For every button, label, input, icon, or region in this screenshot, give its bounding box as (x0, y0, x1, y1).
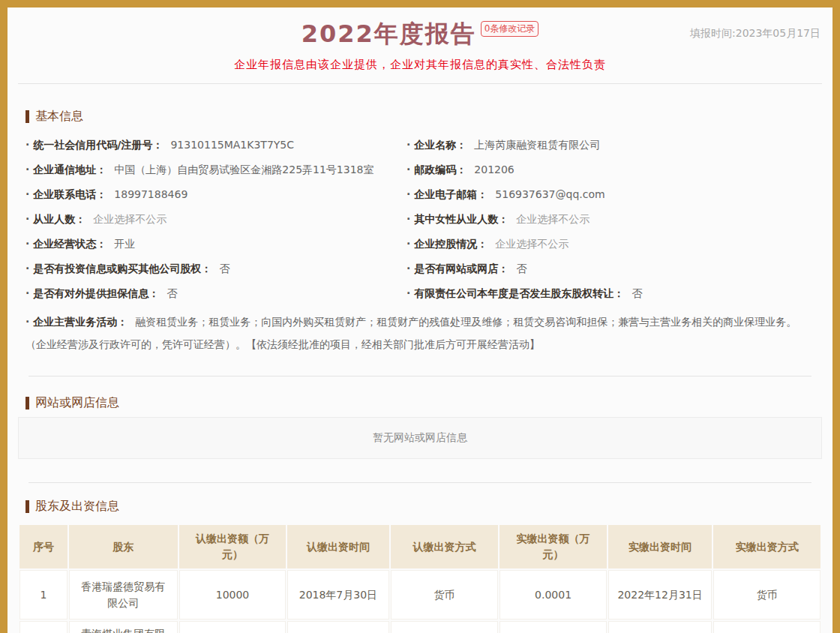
table-cell: 货币 (391, 570, 499, 620)
table-row: 2青海煤业集团有限责任公司300002018年7月30日货币300002018年… (20, 621, 820, 633)
field-value: 否 (632, 287, 642, 299)
field-value: 516937637@qq.com (495, 188, 604, 200)
header-divider (18, 83, 822, 84)
field-label: 是否有网站或网店： (414, 262, 508, 274)
info-field: 企业控股情况：企业选择不公示 (406, 232, 814, 257)
section-marker-icon (26, 397, 29, 410)
info-field: 是否有对外提供担保信息：否 (26, 282, 406, 307)
section-shareholders: 股东及出资信息 序号股东认缴出资额（万元）认缴出资时间认缴出资方式实缴出资额（万… (18, 499, 822, 633)
field-label: 邮政编码： (414, 164, 466, 176)
shareholders-table: 序号股东认缴出资额（万元）认缴出资时间认缴出资方式实缴出资额（万元）实缴出资时间… (18, 524, 822, 633)
section-basic-info: 基本信息 统一社会信用代码/注册号：91310115MA1K3T7Y5C企业名称… (18, 109, 822, 376)
field-label: 从业人数： (33, 213, 86, 225)
website-info-title: 网站或网店信息 (26, 395, 814, 411)
table-cell: 香港瑞盛德贸易有限公司 (69, 570, 178, 620)
field-value: 中国（上海）自由贸易试验区金湘路225弄11号1318室 (114, 164, 374, 176)
field-value: 企业选择不公示 (93, 213, 166, 225)
field-value: 企业选择不公示 (495, 238, 568, 250)
table-cell: 2018年7月30日 (287, 621, 388, 633)
field-label: 企业控股情况： (414, 238, 488, 250)
main-business-field: 企业主营业务活动：融资租赁业务；租赁业务；向国内外购买租赁财产；租赁财产的残值处… (26, 310, 814, 356)
table-cell: 2018年7月30日 (608, 621, 712, 633)
info-field: 是否有网站或网店：否 (406, 257, 814, 282)
info-field: 企业通信地址：中国（上海）自由贸易试验区金湘路225弄11号1318室 (26, 158, 406, 183)
table-cell: 青海煤业集团有限责任公司 (69, 621, 178, 633)
table-header-row: 序号股东认缴出资额（万元）认缴出资时间认缴出资方式实缴出资额（万元）实缴出资时间… (20, 525, 820, 568)
field-label: 统一社会信用代码/注册号： (33, 139, 163, 151)
table-cell: 2 (20, 621, 68, 633)
shareholders-table-head: 序号股东认缴出资额（万元）认缴出资时间认缴出资方式实缴出资额（万元）实缴出资时间… (20, 525, 820, 568)
shareholders-table-body: 1香港瑞盛德贸易有限公司100002018年7月30日货币0.00012022年… (20, 570, 820, 633)
field-value: 18997188469 (114, 188, 188, 200)
disclaimer-text: 企业年报信息由该企业提供，企业对其年报信息的真实性、合法性负责 (8, 58, 832, 72)
field-label: 有限责任公司本年度是否发生股东股权转让： (414, 287, 624, 299)
info-field: 邮政编码：201206 (406, 158, 814, 183)
table-header-cell: 实缴出资额（万元） (500, 525, 607, 568)
section-marker-icon (26, 500, 29, 513)
field-value: 上海芮康融资租赁有限公司 (474, 139, 600, 151)
info-field: 企业联系电话：18997188469 (26, 183, 406, 208)
basic-info-title-label: 基本信息 (35, 109, 83, 124)
table-cell: 30000 (179, 621, 286, 633)
table-header-cell: 认缴出资方式 (391, 525, 499, 568)
info-field: 企业经营状态：开业 (26, 232, 406, 257)
modification-records-badge[interactable]: 0条修改记录 (481, 21, 539, 37)
field-value: 否 (219, 262, 230, 274)
shareholders-title-label: 股东及出资信息 (35, 499, 119, 514)
section-divider-2 (28, 482, 812, 483)
fill-time: 填报时间:2023年05月17日 (690, 27, 820, 40)
field-label: 企业电子邮箱： (414, 188, 488, 200)
table-row: 1香港瑞盛德贸易有限公司100002018年7月30日货币0.00012022年… (20, 570, 820, 620)
report-header: 2022年度报告0条修改记录 填报时间:2023年05月17日 企业年报信息由该… (8, 8, 832, 72)
table-cell: 2018年7月30日 (287, 570, 388, 620)
table-cell: 1 (20, 570, 68, 620)
info-field: 是否有投资信息或购买其他公司股权：否 (26, 257, 406, 282)
website-empty-state: 暂无网站或网店信息 (18, 417, 822, 459)
field-value: 201206 (474, 164, 514, 176)
info-field: 企业电子邮箱：516937637@qq.com (406, 183, 814, 208)
field-label: 企业通信地址： (33, 164, 106, 176)
table-header-cell: 实缴出资时间 (608, 525, 712, 568)
field-value: 开业 (114, 238, 135, 250)
basic-info-fields: 统一社会信用代码/注册号：91310115MA1K3T7Y5C企业名称：上海芮康… (26, 134, 814, 307)
table-cell: 货币 (713, 621, 820, 633)
table-header-cell: 实缴出资方式 (713, 525, 820, 568)
table-header-cell: 认缴出资时间 (287, 525, 388, 568)
field-value: 否 (516, 262, 526, 274)
info-field: 从业人数：企业选择不公示 (26, 208, 406, 232)
page-title: 2022年度报告 (302, 18, 476, 51)
field-value: 企业选择不公示 (516, 213, 590, 225)
table-cell: 货币 (391, 621, 499, 633)
main-business-value: 融资租赁业务；租赁业务；向国内外购买租赁财产；租赁财产的残值处理及维修；租赁交易… (26, 316, 796, 350)
field-label: 企业联系电话： (33, 188, 106, 200)
table-header-cell: 序号 (20, 525, 68, 568)
field-label: 是否有投资信息或购买其他公司股权： (33, 262, 212, 274)
website-info-title-label: 网站或网店信息 (35, 395, 119, 411)
field-value: 91310115MA1K3T7Y5C (170, 139, 294, 151)
main-business-label: 企业主营业务活动： (33, 316, 128, 328)
field-value: 否 (166, 287, 177, 299)
info-field: 企业名称：上海芮康融资租赁有限公司 (406, 134, 814, 158)
shareholders-title: 股东及出资信息 (26, 499, 814, 514)
table-cell: 0.0001 (500, 570, 607, 620)
field-label: 企业名称： (414, 139, 466, 151)
field-label: 是否有对外提供担保信息： (33, 287, 159, 299)
info-field: 统一社会信用代码/注册号：91310115MA1K3T7Y5C (26, 134, 406, 158)
table-cell: 2022年12月31日 (608, 570, 712, 620)
page-frame: 2022年度报告0条修改记录 填报时间:2023年05月17日 企业年报信息由该… (0, 0, 840, 633)
field-label: 其中女性从业人数： (414, 213, 508, 225)
basic-info-title: 基本信息 (26, 109, 814, 124)
section-divider-1 (28, 376, 812, 376)
table-cell: 货币 (713, 570, 820, 620)
table-header-cell: 认缴出资额（万元） (179, 525, 286, 568)
table-cell: 10000 (179, 570, 286, 620)
table-header-cell: 股东 (69, 525, 178, 568)
table-cell: 30000 (500, 621, 607, 633)
info-field: 其中女性从业人数：企业选择不公示 (406, 208, 814, 232)
section-marker-icon (26, 110, 29, 123)
info-field: 有限责任公司本年度是否发生股东股权转让：否 (406, 282, 814, 307)
field-label: 企业经营状态： (33, 238, 106, 250)
section-website-info: 网站或网店信息 暂无网站或网店信息 (18, 395, 822, 482)
